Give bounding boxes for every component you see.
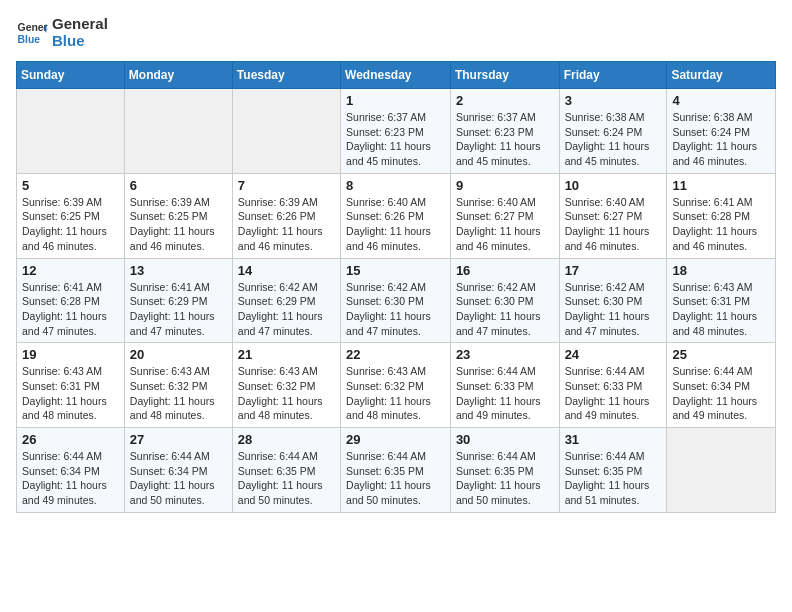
day-number: 30 xyxy=(456,432,554,447)
logo-icon: General Blue xyxy=(16,17,48,49)
day-info: Sunrise: 6:40 AM Sunset: 6:26 PM Dayligh… xyxy=(346,195,445,254)
calendar-cell: 24Sunrise: 6:44 AM Sunset: 6:33 PM Dayli… xyxy=(559,343,667,428)
day-header-wednesday: Wednesday xyxy=(341,62,451,89)
calendar-week-1: 1Sunrise: 6:37 AM Sunset: 6:23 PM Daylig… xyxy=(17,89,776,174)
day-header-saturday: Saturday xyxy=(667,62,776,89)
logo-general: General xyxy=(52,16,108,33)
day-number: 17 xyxy=(565,263,662,278)
day-number: 26 xyxy=(22,432,119,447)
day-info: Sunrise: 6:43 AM Sunset: 6:31 PM Dayligh… xyxy=(672,280,770,339)
day-info: Sunrise: 6:42 AM Sunset: 6:29 PM Dayligh… xyxy=(238,280,335,339)
calendar-cell xyxy=(17,89,125,174)
day-number: 6 xyxy=(130,178,227,193)
calendar-cell: 29Sunrise: 6:44 AM Sunset: 6:35 PM Dayli… xyxy=(341,428,451,513)
day-info: Sunrise: 6:39 AM Sunset: 6:25 PM Dayligh… xyxy=(130,195,227,254)
day-info: Sunrise: 6:38 AM Sunset: 6:24 PM Dayligh… xyxy=(672,110,770,169)
day-info: Sunrise: 6:40 AM Sunset: 6:27 PM Dayligh… xyxy=(456,195,554,254)
calendar-cell: 2Sunrise: 6:37 AM Sunset: 6:23 PM Daylig… xyxy=(450,89,559,174)
day-info: Sunrise: 6:37 AM Sunset: 6:23 PM Dayligh… xyxy=(346,110,445,169)
day-number: 2 xyxy=(456,93,554,108)
calendar-cell: 14Sunrise: 6:42 AM Sunset: 6:29 PM Dayli… xyxy=(232,258,340,343)
calendar-cell: 10Sunrise: 6:40 AM Sunset: 6:27 PM Dayli… xyxy=(559,173,667,258)
day-number: 1 xyxy=(346,93,445,108)
calendar-cell: 15Sunrise: 6:42 AM Sunset: 6:30 PM Dayli… xyxy=(341,258,451,343)
calendar-cell: 19Sunrise: 6:43 AM Sunset: 6:31 PM Dayli… xyxy=(17,343,125,428)
day-info: Sunrise: 6:44 AM Sunset: 6:34 PM Dayligh… xyxy=(130,449,227,508)
day-number: 19 xyxy=(22,347,119,362)
day-number: 10 xyxy=(565,178,662,193)
day-info: Sunrise: 6:39 AM Sunset: 6:25 PM Dayligh… xyxy=(22,195,119,254)
calendar-cell: 21Sunrise: 6:43 AM Sunset: 6:32 PM Dayli… xyxy=(232,343,340,428)
day-info: Sunrise: 6:43 AM Sunset: 6:32 PM Dayligh… xyxy=(238,364,335,423)
calendar-cell: 1Sunrise: 6:37 AM Sunset: 6:23 PM Daylig… xyxy=(341,89,451,174)
calendar-cell: 26Sunrise: 6:44 AM Sunset: 6:34 PM Dayli… xyxy=(17,428,125,513)
calendar-cell: 8Sunrise: 6:40 AM Sunset: 6:26 PM Daylig… xyxy=(341,173,451,258)
day-info: Sunrise: 6:44 AM Sunset: 6:34 PM Dayligh… xyxy=(22,449,119,508)
day-number: 25 xyxy=(672,347,770,362)
day-number: 12 xyxy=(22,263,119,278)
calendar-cell: 23Sunrise: 6:44 AM Sunset: 6:33 PM Dayli… xyxy=(450,343,559,428)
calendar-cell: 7Sunrise: 6:39 AM Sunset: 6:26 PM Daylig… xyxy=(232,173,340,258)
day-number: 3 xyxy=(565,93,662,108)
day-header-sunday: Sunday xyxy=(17,62,125,89)
day-info: Sunrise: 6:44 AM Sunset: 6:35 PM Dayligh… xyxy=(456,449,554,508)
calendar-cell: 9Sunrise: 6:40 AM Sunset: 6:27 PM Daylig… xyxy=(450,173,559,258)
day-number: 24 xyxy=(565,347,662,362)
day-number: 29 xyxy=(346,432,445,447)
day-number: 23 xyxy=(456,347,554,362)
day-number: 11 xyxy=(672,178,770,193)
calendar-week-3: 12Sunrise: 6:41 AM Sunset: 6:28 PM Dayli… xyxy=(17,258,776,343)
day-info: Sunrise: 6:42 AM Sunset: 6:30 PM Dayligh… xyxy=(456,280,554,339)
calendar-cell: 12Sunrise: 6:41 AM Sunset: 6:28 PM Dayli… xyxy=(17,258,125,343)
calendar-cell: 11Sunrise: 6:41 AM Sunset: 6:28 PM Dayli… xyxy=(667,173,776,258)
day-info: Sunrise: 6:43 AM Sunset: 6:32 PM Dayligh… xyxy=(130,364,227,423)
calendar-cell: 3Sunrise: 6:38 AM Sunset: 6:24 PM Daylig… xyxy=(559,89,667,174)
calendar-week-2: 5Sunrise: 6:39 AM Sunset: 6:25 PM Daylig… xyxy=(17,173,776,258)
calendar-cell: 16Sunrise: 6:42 AM Sunset: 6:30 PM Dayli… xyxy=(450,258,559,343)
calendar-cell: 13Sunrise: 6:41 AM Sunset: 6:29 PM Dayli… xyxy=(124,258,232,343)
day-info: Sunrise: 6:39 AM Sunset: 6:26 PM Dayligh… xyxy=(238,195,335,254)
day-info: Sunrise: 6:42 AM Sunset: 6:30 PM Dayligh… xyxy=(346,280,445,339)
day-number: 13 xyxy=(130,263,227,278)
day-number: 16 xyxy=(456,263,554,278)
day-number: 27 xyxy=(130,432,227,447)
calendar-cell: 6Sunrise: 6:39 AM Sunset: 6:25 PM Daylig… xyxy=(124,173,232,258)
day-number: 20 xyxy=(130,347,227,362)
day-number: 31 xyxy=(565,432,662,447)
day-info: Sunrise: 6:44 AM Sunset: 6:35 PM Dayligh… xyxy=(565,449,662,508)
calendar-table: SundayMondayTuesdayWednesdayThursdayFrid… xyxy=(16,61,776,513)
calendar-cell xyxy=(232,89,340,174)
day-number: 9 xyxy=(456,178,554,193)
calendar-body: 1Sunrise: 6:37 AM Sunset: 6:23 PM Daylig… xyxy=(17,89,776,513)
day-number: 7 xyxy=(238,178,335,193)
calendar-cell xyxy=(124,89,232,174)
day-header-tuesday: Tuesday xyxy=(232,62,340,89)
day-header-monday: Monday xyxy=(124,62,232,89)
day-number: 14 xyxy=(238,263,335,278)
calendar-week-5: 26Sunrise: 6:44 AM Sunset: 6:34 PM Dayli… xyxy=(17,428,776,513)
day-info: Sunrise: 6:37 AM Sunset: 6:23 PM Dayligh… xyxy=(456,110,554,169)
calendar-cell: 5Sunrise: 6:39 AM Sunset: 6:25 PM Daylig… xyxy=(17,173,125,258)
day-info: Sunrise: 6:38 AM Sunset: 6:24 PM Dayligh… xyxy=(565,110,662,169)
day-info: Sunrise: 6:44 AM Sunset: 6:33 PM Dayligh… xyxy=(565,364,662,423)
day-info: Sunrise: 6:44 AM Sunset: 6:33 PM Dayligh… xyxy=(456,364,554,423)
calendar-cell: 20Sunrise: 6:43 AM Sunset: 6:32 PM Dayli… xyxy=(124,343,232,428)
day-info: Sunrise: 6:43 AM Sunset: 6:32 PM Dayligh… xyxy=(346,364,445,423)
calendar-cell: 27Sunrise: 6:44 AM Sunset: 6:34 PM Dayli… xyxy=(124,428,232,513)
calendar-cell: 31Sunrise: 6:44 AM Sunset: 6:35 PM Dayli… xyxy=(559,428,667,513)
calendar-cell: 30Sunrise: 6:44 AM Sunset: 6:35 PM Dayli… xyxy=(450,428,559,513)
day-info: Sunrise: 6:44 AM Sunset: 6:35 PM Dayligh… xyxy=(346,449,445,508)
day-header-thursday: Thursday xyxy=(450,62,559,89)
day-info: Sunrise: 6:43 AM Sunset: 6:31 PM Dayligh… xyxy=(22,364,119,423)
calendar-cell: 18Sunrise: 6:43 AM Sunset: 6:31 PM Dayli… xyxy=(667,258,776,343)
day-number: 28 xyxy=(238,432,335,447)
day-number: 18 xyxy=(672,263,770,278)
day-info: Sunrise: 6:42 AM Sunset: 6:30 PM Dayligh… xyxy=(565,280,662,339)
calendar-cell: 22Sunrise: 6:43 AM Sunset: 6:32 PM Dayli… xyxy=(341,343,451,428)
day-info: Sunrise: 6:41 AM Sunset: 6:28 PM Dayligh… xyxy=(672,195,770,254)
day-info: Sunrise: 6:41 AM Sunset: 6:29 PM Dayligh… xyxy=(130,280,227,339)
logo: General Blue General Blue xyxy=(16,16,108,49)
day-header-friday: Friday xyxy=(559,62,667,89)
day-number: 22 xyxy=(346,347,445,362)
day-number: 15 xyxy=(346,263,445,278)
